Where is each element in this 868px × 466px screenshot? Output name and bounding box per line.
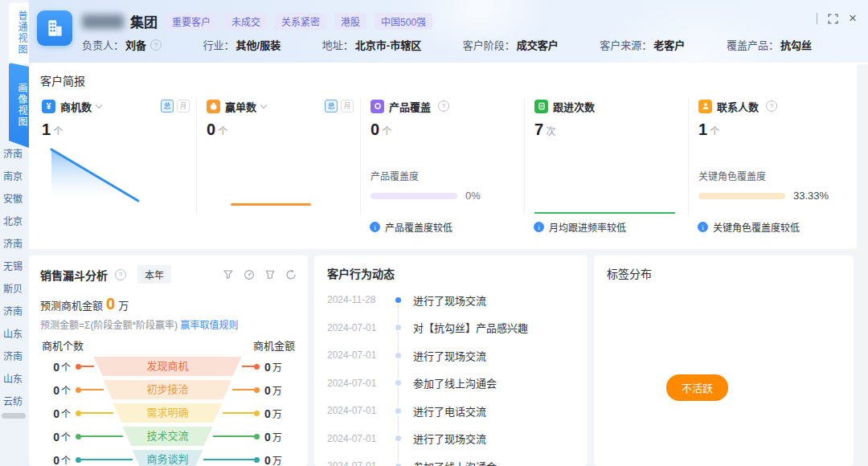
list-item[interactable]: 云纺 <box>0 390 29 413</box>
sales-funnel-panel: 销售漏斗分析 ? 本年 预测商机金额 0 万 预测金额=Σ(阶段金额*阶段赢率)… <box>29 255 308 466</box>
funnel-icon[interactable] <box>264 269 276 280</box>
win-rate-rule-link[interactable]: 赢率取值规则 <box>180 320 238 331</box>
card-contact-count: 联系人数 ? 1个 关键角色覆盖度 33.33% <box>688 98 852 215</box>
alert-followup-low: i月均跟进频率较低 <box>524 220 688 234</box>
list-item[interactable]: 济南 <box>0 345 29 368</box>
funnel-toolbar <box>223 269 297 280</box>
card-label: 跟进次数 <box>553 99 595 114</box>
stage-name: 需求明确 <box>146 407 188 419</box>
list-item[interactable]: 北京 <box>0 211 29 233</box>
key-role-progress: 33.33% <box>698 190 829 202</box>
left-sidebar: 普通视图 画像视图 济南 南京 安徽 北京 济南 无锡 斯贝 济南 山东 济南 … <box>0 0 29 466</box>
list-item[interactable]: 山东 <box>0 323 29 345</box>
timeline-event: 2024-07-01 参加了线上沟通会 <box>327 452 575 466</box>
behavior-panel: 客户行为动态 2024-11-28 进行了现场交流 2024-07-01 对【抗… <box>314 255 588 466</box>
card-value: 0个 <box>207 121 354 139</box>
funnel-stage-row: 0个 商务谈判 0万 <box>40 450 297 466</box>
tab-portrait-view[interactable]: 画像视图 <box>9 63 29 148</box>
stage-count: 0个 <box>40 430 71 444</box>
funnel-stage-bar[interactable]: 商务谈判 <box>133 450 203 466</box>
chevron-down-icon[interactable] <box>96 101 102 108</box>
opportunity-trend-chart <box>40 143 169 207</box>
funnel-stage-row: 0个 初步接洽 0万 <box>40 380 297 399</box>
gauge-icon[interactable] <box>244 269 255 280</box>
bottom-panels: 销售漏斗分析 ? 本年 预测商机金额 0 万 预测金额=Σ(阶段金额*阶段赢率)… <box>29 255 854 466</box>
divider <box>817 13 817 24</box>
list-item[interactable]: 山东 <box>0 368 29 390</box>
timeline-dot-icon <box>394 407 403 415</box>
period-toggle: 总 月 <box>161 100 190 112</box>
list-item[interactable]: 济南 <box>0 233 29 255</box>
customer-brief-section: 客户简报 ¥ 商机数 总 月 1个 <box>29 63 868 249</box>
tab-normal-view[interactable]: 普通视图 <box>9 2 29 63</box>
funnel-title: 销售漏斗分析 <box>40 267 108 283</box>
dot-icon <box>254 411 260 416</box>
refresh-icon[interactable] <box>285 269 297 280</box>
card-label: 商机数 <box>60 99 92 114</box>
stage-name: 技术交流 <box>146 430 188 442</box>
card-opportunity-count: ¥ 商机数 总 月 1个 <box>32 98 196 215</box>
card-value: 7次 <box>534 121 682 139</box>
company-name-suffix: 集团 <box>130 11 158 31</box>
help-icon[interactable]: ? <box>766 100 777 112</box>
customer-tag: 关系紧密 <box>275 13 326 30</box>
card-label: 产品覆盖 <box>389 99 431 114</box>
card-label: 赢单数 <box>225 99 256 114</box>
window-controls: × <box>817 13 857 24</box>
stage-count: 0个 <box>40 453 71 466</box>
list-item[interactable]: 安徽 <box>0 188 29 211</box>
company-logo <box>37 10 72 46</box>
brief-alerts: i产品覆盖度较低 i月均跟进频率较低 i关键角色覆盖度较低 <box>32 220 852 234</box>
toggle-month[interactable]: 月 <box>341 100 354 112</box>
coverage-rate-label: 产品覆盖度 <box>371 169 419 182</box>
toggle-month[interactable]: 月 <box>177 100 190 112</box>
toggle-total[interactable]: 总 <box>325 100 338 112</box>
stage-amount: 0万 <box>264 383 297 397</box>
chevron-down-icon[interactable] <box>260 101 267 108</box>
filter-icon[interactable] <box>223 269 234 280</box>
funnel-stage-bar[interactable]: 发现商机 <box>94 357 242 376</box>
expand-icon[interactable] <box>828 14 838 24</box>
field-source: 客户来源：老客户 <box>600 37 685 52</box>
customer-tag: 未成交 <box>225 13 267 30</box>
tag-distribution-panel: 标签分布 不活跃 <box>594 255 854 466</box>
funnel-stage-row: 0个 发现商机 0万 <box>40 357 297 376</box>
list-item[interactable]: 无锡 <box>0 255 29 278</box>
timeline-dot-icon <box>394 296 403 305</box>
timeline-event: 2024-07-01 进行了现场交流 <box>327 341 575 370</box>
list-item[interactable]: 南京 <box>0 166 29 188</box>
toggle-total[interactable]: 总 <box>161 100 174 112</box>
tab-this-year[interactable]: 本年 <box>137 265 171 284</box>
sidebar-scrollbar-thumb[interactable] <box>2 413 26 419</box>
stage-name: 初步接洽 <box>146 383 188 395</box>
funnel-stage-bar[interactable]: 初步接洽 <box>104 380 232 399</box>
list-item[interactable]: 斯贝 <box>0 278 29 300</box>
page-scrollbar[interactable] <box>857 64 868 466</box>
dot-icon <box>76 387 81 393</box>
funnel-stage-bar[interactable]: 需求明确 <box>113 403 223 423</box>
funnel-stage-bar[interactable]: 技术交流 <box>123 427 213 446</box>
help-icon[interactable]: ? <box>115 269 126 280</box>
close-icon[interactable]: × <box>849 13 857 24</box>
list-item[interactable]: 济南 <box>0 300 29 323</box>
key-role-percent: 33.33% <box>793 190 829 202</box>
key-role-rate-label: 关键角色覆盖度 <box>698 169 766 182</box>
card-product-coverage: 产品覆盖 ? 0个 产品覆盖度 0% <box>360 98 524 215</box>
card-followup-count: 跟进次数 7次 <box>524 98 688 215</box>
timeline-dot-icon <box>394 462 403 466</box>
list-item[interactable]: 济南 <box>0 143 29 166</box>
dot-icon <box>254 387 260 393</box>
alert-coverage-low: i产品覆盖度较低 <box>360 220 524 234</box>
dot-icon <box>254 457 260 463</box>
stage-amount: 0万 <box>264 430 297 444</box>
customer-tag: 中国500强 <box>375 13 432 30</box>
company-title-row: 集团 重要客户 未成交 关系紧密 港股 中国500强 <box>82 11 432 31</box>
metric-cards: ¥ 商机数 总 月 1个 <box>32 98 852 215</box>
help-icon[interactable]: ? <box>150 39 162 51</box>
tag-inactive[interactable]: 不活跃 <box>666 374 728 401</box>
coverage-progress: 0% <box>371 190 481 202</box>
timeline-event: 2024-11-28 进行了现场交流 <box>327 286 575 314</box>
help-icon[interactable]: ? <box>438 100 449 112</box>
info-icon: i <box>534 222 544 232</box>
clipboard-icon <box>534 100 548 113</box>
